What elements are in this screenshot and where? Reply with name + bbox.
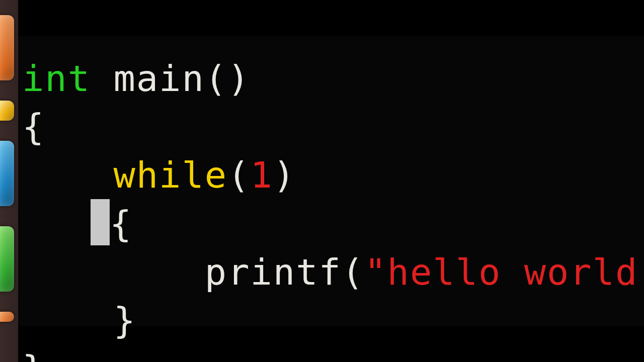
code-token: 1 bbox=[251, 154, 273, 196]
code-token: } bbox=[22, 347, 45, 362]
code-token: printf bbox=[205, 251, 342, 293]
code-token: ) bbox=[273, 154, 296, 196]
code-token bbox=[91, 57, 113, 100]
code-token: { bbox=[22, 106, 45, 148]
terminal-icon[interactable] bbox=[0, 226, 14, 292]
unity-launcher bbox=[0, 0, 18, 362]
code-token: ( bbox=[342, 251, 364, 293]
code-editor[interactable]: int main() { while(1) { printf("hello wo… bbox=[18, 36, 644, 326]
settings-icon[interactable] bbox=[0, 312, 14, 322]
firefox-icon[interactable] bbox=[0, 101, 14, 121]
code-token: } bbox=[113, 299, 136, 341]
code-token: int bbox=[22, 57, 91, 100]
code-token: { bbox=[110, 203, 132, 245]
text-cursor bbox=[91, 199, 110, 245]
code-token bbox=[22, 203, 91, 245]
files-icon[interactable] bbox=[0, 15, 14, 80]
code-token bbox=[22, 154, 113, 196]
code-token bbox=[22, 251, 205, 293]
code-token: ( bbox=[227, 154, 250, 196]
code-token: "hello world! bbox=[364, 251, 644, 293]
software-icon[interactable] bbox=[0, 141, 14, 206]
code-token: while bbox=[113, 154, 227, 196]
code-token: main bbox=[113, 57, 204, 100]
code-token bbox=[22, 299, 113, 341]
code-token: () bbox=[205, 57, 251, 100]
